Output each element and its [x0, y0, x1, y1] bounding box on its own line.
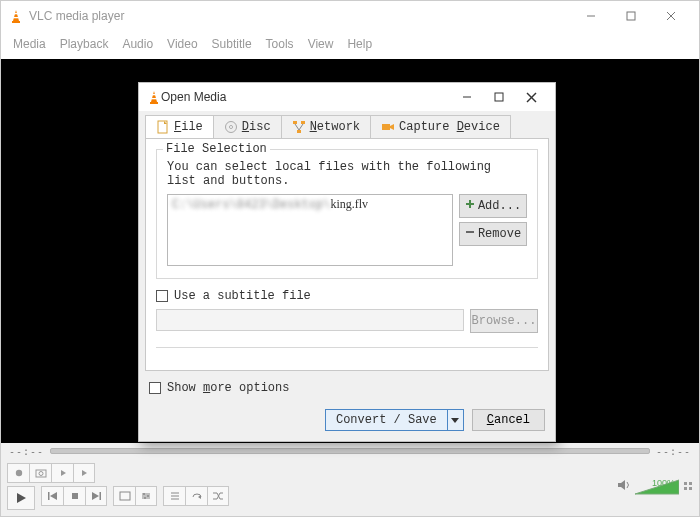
dialog-maximize-button[interactable] [483, 86, 515, 108]
svg-rect-34 [689, 482, 692, 485]
add-label: Add... [478, 199, 521, 213]
dialog-buttons: Convert / Save Cancel [139, 409, 555, 441]
file-selection-fieldset: File Selection You can select local file… [156, 149, 538, 279]
playlist-button[interactable] [163, 486, 185, 506]
record-button[interactable] [7, 463, 29, 483]
menu-view[interactable]: View [308, 37, 334, 51]
svg-marker-15 [50, 492, 57, 500]
open-media-dialog: Open Media File Disc Network Capture Dev… [138, 82, 556, 442]
convert-save-dropdown[interactable] [448, 409, 464, 431]
file-listbox[interactable]: C:\Users\0423\Desktop\king.flv [167, 194, 453, 266]
loop-button[interactable] [185, 486, 207, 506]
svg-rect-19 [120, 492, 130, 500]
snapshot-button[interactable] [29, 463, 51, 483]
svg-rect-35 [684, 487, 687, 490]
svg-rect-51 [297, 130, 301, 133]
menu-video[interactable]: Video [167, 37, 197, 51]
subtitle-checkbox[interactable] [156, 290, 168, 302]
capture-icon [381, 120, 395, 134]
svg-marker-0 [13, 10, 19, 21]
svg-point-10 [39, 472, 43, 476]
prev-button[interactable] [41, 486, 63, 506]
fullscreen-button[interactable] [113, 486, 135, 506]
tab-capture[interactable]: Capture Device [370, 115, 511, 138]
tab-disc[interactable]: Disc [213, 115, 282, 138]
svg-rect-18 [100, 492, 102, 500]
svg-point-23 [143, 493, 145, 495]
vlc-cone-icon [9, 9, 23, 23]
minus-icon [465, 227, 475, 241]
more-options-row: Show more options [139, 381, 555, 403]
volume-control: 100% [617, 478, 693, 496]
loop-a-button[interactable] [51, 463, 73, 483]
file-selection-help: You can select local files with the foll… [167, 160, 527, 188]
dialog-title: Open Media [161, 90, 226, 104]
svg-rect-1 [12, 21, 20, 23]
menu-playback[interactable]: Playback [60, 37, 109, 51]
svg-rect-40 [151, 98, 156, 99]
maximize-button[interactable] [611, 3, 651, 29]
add-button[interactable]: Add... [459, 194, 527, 218]
remove-button[interactable]: Remove [459, 222, 527, 246]
svg-rect-3 [13, 17, 18, 18]
menu-media[interactable]: Media [13, 37, 46, 51]
cancel-button[interactable]: Cancel [472, 409, 545, 431]
browse-label: Browse... [472, 314, 537, 328]
menu-audio[interactable]: Audio [122, 37, 153, 51]
dialog-close-button[interactable] [515, 86, 547, 108]
svg-point-25 [144, 497, 146, 499]
menu-subtitle[interactable]: Subtitle [212, 37, 252, 51]
svg-marker-29 [198, 495, 201, 499]
more-options-label-post: ore options [210, 381, 289, 395]
minimize-button[interactable] [571, 3, 611, 29]
browse-button: Browse... [470, 309, 538, 333]
expand-icon[interactable] [683, 480, 693, 494]
speaker-icon[interactable] [617, 479, 631, 494]
file-icon [156, 120, 170, 134]
svg-rect-36 [689, 487, 692, 490]
subtitle-checkbox-label: Use a subtitle file [174, 289, 311, 303]
extended-settings-button[interactable] [135, 486, 157, 506]
svg-marker-37 [151, 91, 157, 102]
loop-b-button[interactable] [73, 463, 95, 483]
tab-panel-file: File Selection You can select local file… [145, 138, 549, 371]
titlebar: VLC media player [1, 1, 699, 31]
divider [156, 347, 538, 348]
play-button[interactable] [7, 486, 35, 510]
svg-rect-42 [495, 93, 503, 101]
convert-save-button[interactable]: Convert / Save [325, 409, 464, 431]
svg-rect-5 [627, 12, 635, 20]
svg-marker-11 [61, 470, 66, 476]
tab-file-label: ile [181, 120, 203, 134]
volume-percent: 100% [652, 478, 675, 488]
dialog-minimize-button[interactable] [451, 86, 483, 108]
svg-point-8 [15, 470, 21, 476]
window-title: VLC media player [29, 9, 124, 23]
vlc-cone-icon [147, 90, 161, 104]
svg-rect-16 [72, 493, 78, 499]
file-path-name: king.flv [330, 197, 368, 211]
svg-point-48 [229, 126, 232, 129]
tab-file[interactable]: File [145, 115, 214, 138]
more-options-checkbox[interactable] [149, 382, 161, 394]
seek-slider[interactable] [50, 448, 650, 454]
volume-slider[interactable]: 100% [635, 478, 679, 496]
scrubber-row: --:-- --:-- [1, 443, 699, 459]
svg-marker-17 [92, 492, 99, 500]
subtitle-path-input [156, 309, 464, 331]
svg-rect-54 [382, 124, 390, 130]
next-button[interactable] [85, 486, 107, 506]
convert-save-label: Convert / Save [325, 409, 448, 431]
svg-rect-39 [152, 94, 156, 95]
tab-network-label: etwork [317, 120, 360, 134]
dialog-tabs: File Disc Network Capture Device [145, 115, 549, 138]
stop-button[interactable] [63, 486, 85, 506]
tab-network[interactable]: Network [281, 115, 371, 138]
menubar: Media Playback Audio Video Subtitle Tool… [1, 31, 699, 59]
close-button[interactable] [651, 3, 691, 29]
menu-tools[interactable]: Tools [266, 37, 294, 51]
menu-help[interactable]: Help [347, 37, 372, 51]
svg-marker-12 [82, 470, 87, 476]
tab-disc-label: isc [249, 120, 271, 134]
shuffle-button[interactable] [207, 486, 229, 506]
